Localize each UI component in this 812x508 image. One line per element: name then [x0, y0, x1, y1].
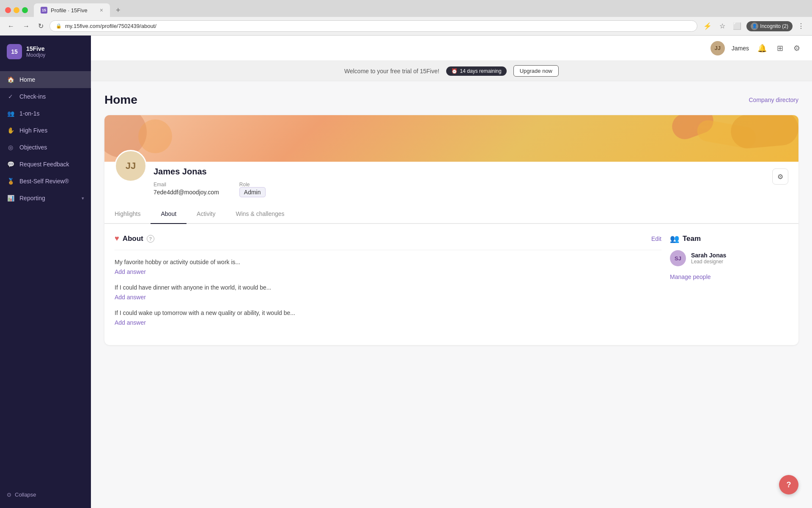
email-value: 7ede4ddf@moodjoy.com: [154, 189, 219, 196]
split-view-button[interactable]: ⬜: [730, 20, 744, 32]
tab-activity[interactable]: Activity: [187, 204, 225, 224]
active-tab[interactable]: 15 Profile · 15Five ×: [34, 3, 110, 17]
profile-role-item: Role Admin: [239, 182, 266, 196]
profile-info-row: JJ James Jonas Email 7ede4ddf@moodjoy.co…: [104, 162, 798, 204]
sidebar-item-home[interactable]: 🏠 Home: [0, 71, 91, 88]
help-icon[interactable]: ?: [147, 235, 154, 243]
gear-icon: ⚙: [777, 173, 783, 181]
profile-meta: Email 7ede4ddf@moodjoy.com Role Admin: [154, 182, 788, 196]
about-question-3: If I could wake up tomorrow with a new q…: [115, 309, 661, 326]
profile-name: James Jonas: [154, 167, 788, 177]
clock-icon: ⏰: [451, 68, 458, 74]
profile-avatar: JJ: [115, 150, 147, 182]
role-badge: Admin: [239, 187, 266, 197]
page-title: Home: [104, 93, 137, 107]
topbar: JJ James 🔔 ⊞ ⚙: [91, 36, 812, 61]
team-icon: 👥: [670, 234, 679, 243]
edit-about-link[interactable]: Edit: [651, 235, 661, 242]
close-traffic-light[interactable]: [5, 7, 11, 13]
traffic-lights: [5, 7, 28, 13]
sidebar-item-1on1s[interactable]: 👥 1-on-1s: [0, 105, 91, 122]
add-answer-2-link[interactable]: Add answer: [115, 294, 146, 301]
browser-chrome: 15 Profile · 15Five × + ← → ↻ 🔒 my.15fiv…: [0, 0, 812, 36]
sidebar-item-objectives[interactable]: ◎ Objectives: [0, 139, 91, 156]
company-directory-link[interactable]: Company directory: [749, 97, 799, 103]
banner-message: Welcome to your free trial of 15Five!: [344, 68, 439, 75]
objectives-icon: ◎: [7, 144, 14, 151]
profile-tabs: Highlights About Activity Wins & challen…: [104, 204, 798, 224]
team-member-info: Sarah Jonas Lead designer: [691, 252, 726, 265]
sidebar-item-checkins[interactable]: ✓ Check-ins: [0, 88, 91, 105]
collapse-icon: ⊙: [7, 491, 11, 498]
brand-logo: 15: [7, 44, 22, 59]
grid-view-button[interactable]: ⊞: [775, 42, 785, 55]
reporting-icon: 📊: [7, 194, 14, 202]
address-text: my.15five.com/profile/7502439/about/: [65, 23, 156, 29]
sidebar-item-high-fives-label: High Fives: [19, 127, 47, 134]
heart-icon: ♥: [115, 234, 119, 243]
topbar-username: James: [732, 45, 749, 52]
trial-banner: Welcome to your free trial of 15Five! ⏰ …: [91, 61, 812, 81]
about-title-text: About: [123, 235, 143, 243]
about-question-2: If I could have dinner with anyone in th…: [115, 284, 661, 301]
sidebar-item-high-fives[interactable]: ✋ High Fives: [0, 122, 91, 139]
team-title: Team: [683, 235, 701, 243]
back-button[interactable]: ←: [5, 21, 17, 32]
browser-actions: ⚡ ☆ ⬜ 👤 Incognito (2) ⋮: [701, 20, 807, 32]
extensions-button[interactable]: ⚡: [701, 20, 714, 32]
collapse-button[interactable]: ⊙ Collapse: [7, 488, 84, 501]
brand-sub: Moodjoy: [26, 52, 45, 58]
tab-about[interactable]: About: [151, 204, 187, 224]
sidebar: 15 15Five Moodjoy 🏠 Home ✓ Check-ins 👥 1…: [0, 36, 91, 508]
add-answer-1-link[interactable]: Add answer: [115, 268, 146, 275]
about-header: ♥ About ? Edit: [115, 234, 661, 243]
settings-button[interactable]: ⚙: [792, 42, 802, 55]
profile-banner: [104, 115, 798, 162]
question-3-text: If I could wake up tomorrow with a new q…: [115, 309, 661, 316]
incognito-icon: 👤: [751, 22, 758, 30]
reporting-chevron-icon: ▾: [82, 196, 84, 201]
profile-email-item: Email 7ede4ddf@moodjoy.com: [154, 182, 219, 196]
upgrade-button[interactable]: Upgrade now: [513, 65, 559, 77]
sidebar-item-1on1s-label: 1-on-1s: [19, 110, 39, 117]
sidebar-item-request-feedback[interactable]: 💬 Request Feedback: [0, 156, 91, 173]
role-label: Role: [239, 182, 266, 188]
incognito-label: Incognito (2): [760, 23, 788, 29]
page-content: Home Company directory JJ James Jo: [91, 81, 812, 508]
add-answer-3-link[interactable]: Add answer: [115, 319, 146, 326]
page-header: Home Company directory: [104, 93, 798, 107]
address-bar[interactable]: 🔒 my.15five.com/profile/7502439/about/: [49, 20, 697, 32]
days-remaining-badge: ⏰ 14 days remaining: [446, 66, 507, 76]
tab-wins-challenges[interactable]: Wins & challenges: [225, 204, 294, 224]
profile-settings-button[interactable]: ⚙: [772, 168, 788, 185]
browser-toolbar: ← → ↻ 🔒 my.15five.com/profile/7502439/ab…: [0, 17, 812, 36]
tab-bar: 15 Profile · 15Five × +: [0, 0, 812, 17]
tab-close-button[interactable]: ×: [100, 7, 103, 14]
topbar-right: JJ James 🔔 ⊞ ⚙: [710, 41, 802, 55]
menu-button[interactable]: ⋮: [795, 20, 807, 32]
about-section: ♥ About ? Edit My favorite hobby or acti…: [115, 234, 661, 335]
about-divider: [115, 250, 661, 250]
refresh-button[interactable]: ↻: [36, 20, 46, 32]
maximize-traffic-light[interactable]: [22, 7, 28, 13]
sidebar-nav: 🏠 Home ✓ Check-ins 👥 1-on-1s ✋ High Five…: [0, 68, 91, 481]
new-tab-button[interactable]: +: [112, 4, 124, 17]
topbar-avatar: JJ: [710, 41, 725, 55]
minimize-traffic-light[interactable]: [14, 7, 19, 13]
sidebar-item-reporting[interactable]: 📊 Reporting ▾: [0, 190, 91, 207]
help-fab-button[interactable]: ?: [779, 475, 798, 494]
sidebar-item-best-self[interactable]: 🏅 Best-Self Review®: [0, 173, 91, 190]
about-question-1: My favorite hobby or activity outside of…: [115, 259, 661, 276]
tab-highlights[interactable]: Highlights: [104, 204, 151, 224]
high-fives-icon: ✋: [7, 127, 14, 134]
forward-button[interactable]: →: [20, 21, 32, 32]
team-member-sarah: SJ Sarah Jonas Lead designer: [670, 250, 788, 266]
request-feedback-icon: 💬: [7, 160, 14, 168]
lock-icon: 🔒: [56, 23, 62, 29]
manage-people-link[interactable]: Manage people: [670, 273, 711, 280]
notifications-button[interactable]: 🔔: [756, 42, 768, 55]
incognito-badge: 👤 Incognito (2): [746, 21, 793, 31]
bookmark-button[interactable]: ☆: [717, 20, 728, 32]
about-title: ♥ About ?: [115, 234, 154, 243]
1on1s-icon: 👥: [7, 110, 14, 117]
